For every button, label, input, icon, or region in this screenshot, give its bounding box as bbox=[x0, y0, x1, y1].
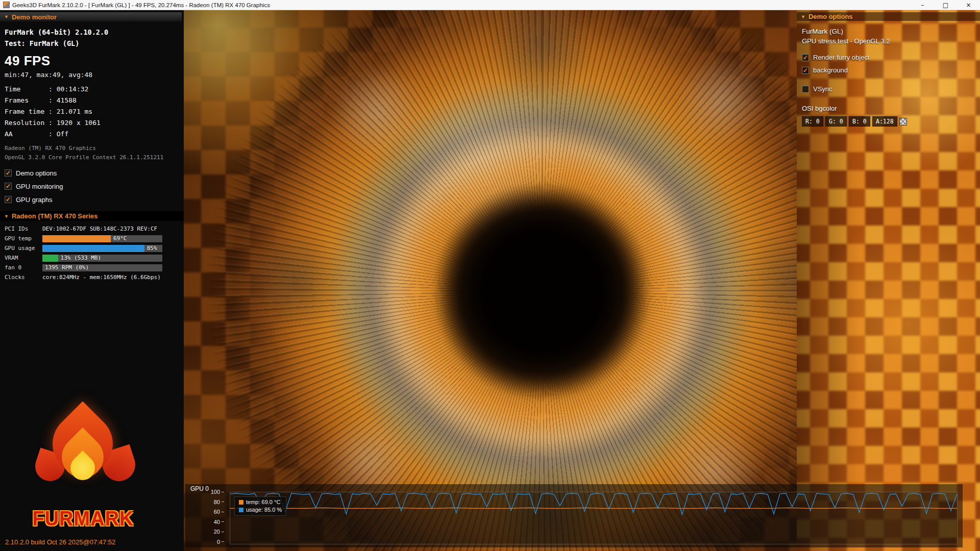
toggle-gpu-graphs[interactable]: ✓ GPU graphs bbox=[5, 193, 184, 206]
gpu-name: Radeon (TM) RX 470 Graphics bbox=[5, 144, 184, 153]
stat-frame-time: Frame time : 21.071 ms bbox=[5, 106, 184, 117]
furmark-window: Geeks3D FurMark 2.10.2.0 - [ FurMark (GL… bbox=[0, 0, 980, 551]
option-render-furry-object[interactable]: ✓ Render furry object bbox=[802, 51, 976, 64]
channel-g-field[interactable]: G: 0 bbox=[825, 116, 847, 127]
gl-context: OpenGL 3.2.0 Core Profile Context 26.1.1… bbox=[5, 153, 184, 162]
gpu-section-title: Radeon (TM) RX 470 Series bbox=[12, 212, 97, 220]
channel-b-field[interactable]: B: 0 bbox=[849, 116, 870, 127]
fan-bar: 1395 RPM (0%) bbox=[42, 264, 162, 271]
checkbox-icon: ✓ bbox=[802, 67, 809, 74]
legend-usage: usage: 85.0 % bbox=[239, 506, 282, 514]
checkbox-icon: ✓ bbox=[5, 169, 12, 177]
stat-frames: Frames : 41588 bbox=[5, 95, 184, 106]
clocks-value: core:824MHz - mem:1650MHz (6.6Gbps) bbox=[42, 274, 161, 281]
maximize-button[interactable]: □ bbox=[934, 0, 957, 10]
collapse-triangle-icon: ▼ bbox=[4, 214, 9, 219]
test-line: Test: FurMark (GL) bbox=[5, 38, 184, 49]
graph-y-axis: 100 80 60 40 20 0 bbox=[200, 489, 224, 544]
test-name: FurMark (GL) bbox=[802, 27, 976, 37]
vram-row: VRAM 13% (533 MB) bbox=[0, 253, 184, 263]
checkbox-icon: ✓ bbox=[5, 196, 12, 203]
pci-ids-row: PCI IDs DEV:1002-67DF SUB:148C-2373 REV:… bbox=[0, 224, 184, 234]
channel-r-field[interactable]: R: 0 bbox=[802, 116, 823, 127]
demo-monitor-title: Demo monitor bbox=[12, 13, 57, 21]
close-button[interactable]: × bbox=[957, 0, 980, 10]
gpu-usage-row: GPU usage 85% bbox=[0, 243, 184, 253]
app-icon bbox=[3, 2, 10, 8]
channel-a-field[interactable]: A:128 bbox=[872, 116, 897, 127]
option-vsync[interactable]: ✓ VSync bbox=[802, 83, 976, 95]
gpu-temp-row: GPU temp 69°C bbox=[0, 234, 184, 243]
gpu-section-header[interactable]: ▼ Radeon (TM) RX 470 Series bbox=[0, 211, 184, 221]
client-area: ▼ Demo monitor FurMark (64-bit) 2.10.2.0… bbox=[0, 10, 980, 551]
gpu-graph-panel: GPU 0 100 80 60 40 20 0 temp: 69.0 °C bbox=[185, 484, 963, 547]
demo-options-panel: ▼ Demo options FurMark (GL) GPU stress t… bbox=[797, 10, 980, 551]
fps-minmax: min:47, max:49, avg:48 bbox=[5, 71, 184, 79]
graph-plot-area: temp: 69.0 °C usage: 85.0 % bbox=[230, 492, 958, 544]
alpha-checker-swatch[interactable] bbox=[899, 118, 907, 126]
bgcolor-channels: R: 0 G: 0 B: 0 A:128 bbox=[802, 116, 976, 127]
demo-options-header[interactable]: ▼ Demo options bbox=[797, 12, 980, 21]
fan-row: fan 0 1395 RPM (0%) bbox=[0, 263, 184, 272]
temp-color-swatch bbox=[239, 500, 243, 505]
flame-icon bbox=[27, 405, 139, 502]
usage-color-swatch bbox=[239, 508, 243, 512]
checkbox-icon: ✓ bbox=[802, 86, 809, 93]
demo-options-title: Demo options bbox=[808, 13, 853, 20]
checkbox-icon: ✓ bbox=[802, 54, 809, 61]
graph-legend: temp: 69.0 °C usage: 85.0 % bbox=[234, 496, 286, 516]
gpu-chart-svg bbox=[230, 492, 957, 544]
checkbox-icon: ✓ bbox=[5, 183, 12, 190]
stat-time: Time : 00:14:32 bbox=[5, 84, 184, 95]
demo-monitor-header[interactable]: ▼ Demo monitor bbox=[0, 12, 182, 21]
toggle-gpu-monitoring[interactable]: ✓ GPU monitoring bbox=[5, 180, 184, 193]
toggle-demo-options[interactable]: ✓ Demo options bbox=[5, 166, 184, 180]
vram-bar: 13% (533 MB) bbox=[42, 255, 162, 262]
fps-counter: 49 FPS bbox=[5, 53, 184, 69]
test-subtitle: GPU stress test - OpenGL 3.2 bbox=[802, 37, 976, 46]
gpu-usage-bar: 85% bbox=[42, 245, 162, 252]
gpu-temp-bar: 69°C bbox=[42, 235, 162, 242]
minimize-button[interactable]: – bbox=[911, 0, 934, 10]
window-controls: – □ × bbox=[911, 0, 980, 10]
titlebar: Geeks3D FurMark 2.10.2.0 - [ FurMark (GL… bbox=[0, 0, 980, 10]
legend-temp: temp: 69.0 °C bbox=[239, 498, 282, 506]
pci-ids-value: DEV:1002-67DF SUB:148C-2373 REV:CF bbox=[42, 226, 157, 232]
demo-monitor-panel: ▼ Demo monitor FurMark (64-bit) 2.10.2.0… bbox=[0, 10, 184, 551]
stat-resolution: Resolution : 1920 x 1061 bbox=[5, 117, 184, 129]
option-background[interactable]: ✓ background bbox=[802, 64, 976, 77]
collapse-triangle-icon: ▼ bbox=[801, 14, 805, 19]
window-title: Geeks3D FurMark 2.10.2.0 - [ FurMark (GL… bbox=[12, 2, 270, 8]
furmark-logo: FURMARK bbox=[9, 405, 157, 530]
collapse-triangle-icon: ▼ bbox=[4, 14, 9, 19]
furmark-wordmark: FURMARK bbox=[9, 507, 157, 530]
stat-aa: AA : Off bbox=[5, 129, 184, 140]
clocks-row: Clocks core:824MHz - mem:1650MHz (6.6Gbp… bbox=[0, 272, 184, 282]
app-version-line: FurMark (64-bit) 2.10.2.0 bbox=[5, 27, 184, 38]
osi-bgcolor-label: OSI bgcolor bbox=[802, 105, 976, 112]
build-info: 2.10.2.0 build Oct 26 2025@07:47:52 bbox=[5, 538, 115, 546]
